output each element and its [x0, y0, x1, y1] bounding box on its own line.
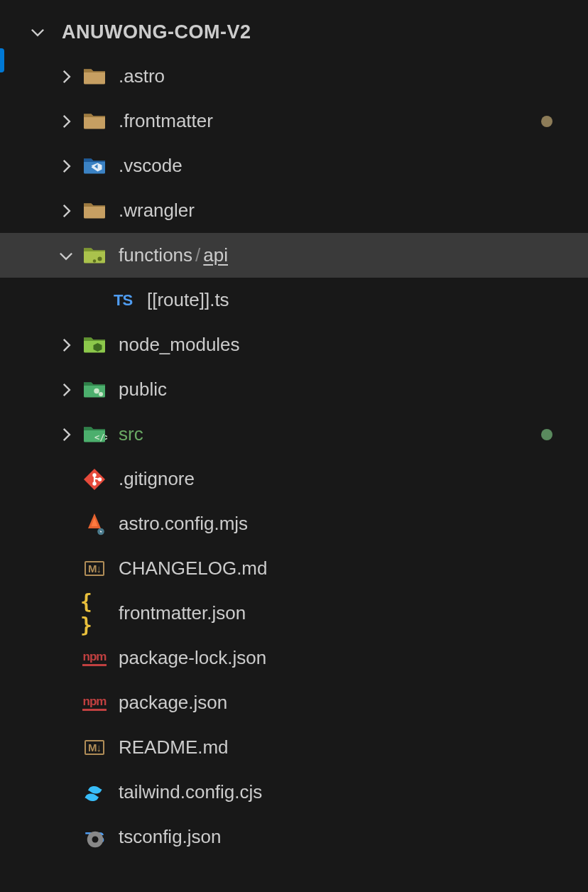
file-label: frontmatter.json	[119, 602, 246, 624]
file-label: tsconfig.json	[119, 826, 222, 848]
folder-label: .frontmatter	[119, 110, 213, 132]
file-tailwind-config-cjs[interactable]: tailwind.config.cjs	[23, 770, 588, 815]
chevron-right-icon	[52, 112, 80, 131]
npm-icon: npm	[80, 644, 109, 673]
svg-point-3	[99, 392, 103, 396]
file-explorer: ANUWONG-COM-V2 .astro.frontmatter.vscode…	[0, 0, 588, 859]
chevron-right-icon	[52, 67, 80, 86]
folder-node-modules[interactable]: node_modules	[23, 322, 588, 367]
file-package-json[interactable]: npmpackage.json	[23, 680, 588, 725]
md-icon: M↓	[80, 734, 109, 762]
ts-gear-icon: TS	[80, 823, 109, 852]
status-dot-icon	[541, 116, 552, 127]
chevron-right-icon	[52, 381, 80, 399]
file-astro-config-mjs[interactable]: astro.config.mjs	[23, 501, 588, 546]
md-icon: M↓	[80, 555, 109, 583]
folder-node-icon	[80, 331, 109, 359]
folder-tan-icon	[80, 197, 109, 225]
chevron-right-icon	[52, 336, 80, 354]
chevron-down-icon	[23, 23, 52, 41]
folder-label: .wrangler	[119, 200, 195, 222]
folder-label: src	[119, 423, 143, 445]
folder-public-icon	[80, 376, 109, 404]
active-view-indicator	[0, 48, 4, 72]
chevron-right-icon	[52, 157, 80, 175]
chevron-down-icon	[52, 246, 80, 265]
file--gitignore[interactable]: .gitignore	[23, 457, 588, 501]
chevron-right-icon	[52, 202, 80, 220]
root-folder-name: ANUWONG-COM-V2	[62, 21, 251, 43]
file--route-ts[interactable]: TS[[route]].ts	[23, 278, 588, 322]
folder-functions-api[interactable]: functions/api	[0, 233, 588, 278]
file-label: tailwind.config.cjs	[119, 781, 262, 803]
file-label: package.json	[119, 692, 227, 714]
file-label: CHANGELOG.md	[119, 558, 268, 580]
svg-text:</>: </>	[94, 432, 107, 442]
folder-label: .vscode	[119, 155, 183, 177]
file-package-lock-json[interactable]: npmpackage-lock.json	[23, 636, 588, 680]
chevron-right-icon	[52, 425, 80, 444]
folder-tan-icon	[80, 107, 109, 136]
folder--frontmatter[interactable]: .frontmatter	[23, 99, 588, 143]
git-icon	[80, 465, 109, 494]
root-folder-header[interactable]: ANUWONG-COM-V2	[23, 13, 588, 51]
tailwind-icon	[80, 778, 109, 807]
file-label: README.md	[119, 736, 229, 758]
file-readme-md[interactable]: M↓README.md	[23, 725, 588, 770]
folder-src[interactable]: </>src	[23, 412, 588, 457]
folder-functions-icon	[80, 241, 109, 270]
file-tsconfig-json[interactable]: TStsconfig.json	[23, 815, 588, 859]
svg-point-0	[98, 256, 102, 261]
file-changelog-md[interactable]: M↓CHANGELOG.md	[23, 546, 588, 591]
status-dot-icon	[541, 429, 552, 440]
folder-public[interactable]: public	[23, 367, 588, 412]
svg-point-2	[94, 388, 99, 393]
folder--wrangler[interactable]: .wrangler	[23, 188, 588, 233]
folder-label: public	[119, 379, 167, 401]
json-curly-icon: { }	[80, 599, 109, 628]
astro-icon	[80, 510, 109, 538]
file-frontmatter-json[interactable]: { }frontmatter.json	[23, 591, 588, 636]
folder-tan-icon	[80, 62, 109, 91]
folder-label: functions/api	[119, 244, 228, 266]
file-label: [[route]].ts	[147, 289, 229, 311]
folder--vscode[interactable]: .vscode	[23, 143, 588, 188]
file-tree: .astro.frontmatter.vscode.wranglerfuncti…	[23, 51, 588, 859]
file-label: astro.config.mjs	[119, 513, 248, 535]
ts-icon: TS	[109, 286, 137, 315]
file-label: package-lock.json	[119, 647, 266, 669]
folder-vscode-icon	[80, 152, 109, 180]
file-label: .gitignore	[119, 468, 195, 490]
folder-src-icon: </>	[80, 420, 109, 449]
folder--astro[interactable]: .astro	[23, 54, 588, 99]
svg-point-10	[92, 837, 99, 843]
folder-label: node_modules	[119, 334, 240, 356]
svg-point-1	[93, 259, 97, 263]
folder-label: .astro	[119, 65, 165, 87]
npm-icon: npm	[80, 689, 109, 717]
